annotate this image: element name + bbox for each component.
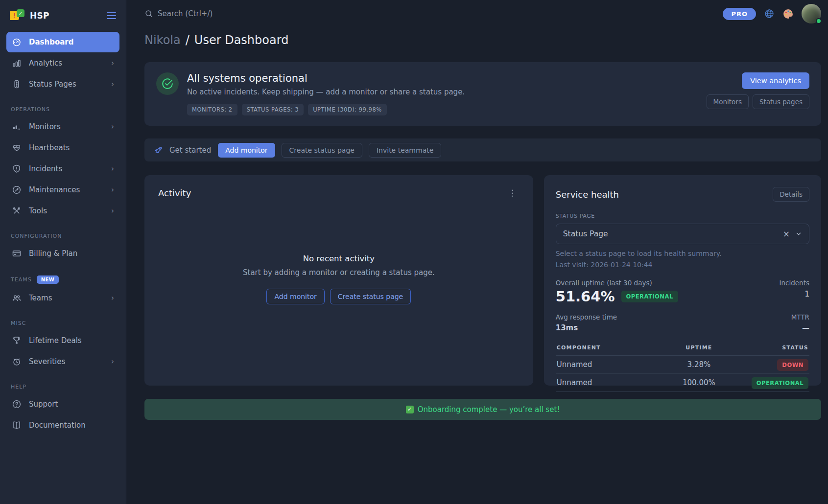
sidebar-item-dashboard[interactable]: Dashboard xyxy=(6,32,119,52)
component-name: Unnamed xyxy=(557,378,662,387)
avatar[interactable] xyxy=(802,4,821,23)
chevron-right-icon: › xyxy=(111,80,114,89)
details-button[interactable]: Details xyxy=(773,187,809,202)
breadcrumb-separator: / xyxy=(186,33,189,47)
invite-teammate-button[interactable]: Invite teammate xyxy=(369,143,441,158)
last-visit-text: Last visit: 2026-01-24 10:44 xyxy=(556,261,809,269)
lifetime-deals-icon xyxy=(12,336,22,345)
sidebar-item-label: Support xyxy=(29,400,58,409)
table-row: Unnamed 100.00% OPERATIONAL xyxy=(556,374,809,392)
sidebar-item-label: Lifetime Deals xyxy=(29,336,82,345)
create-status-page-button[interactable]: Create status page xyxy=(282,143,362,158)
col-component: COMPONENT xyxy=(557,344,662,351)
search-placeholder: Search (Ctrl+/) xyxy=(158,9,213,18)
sidebar-item-analytics[interactable]: Analytics › xyxy=(6,53,119,73)
chevron-right-icon: › xyxy=(111,185,114,194)
chevron-right-icon: › xyxy=(111,357,114,366)
teams-icon xyxy=(12,293,22,303)
sidebar-item-status-pages[interactable]: Status Pages › xyxy=(6,74,119,94)
sidebar-item-label: Severities xyxy=(29,357,65,366)
status-page-select[interactable]: Status Page × xyxy=(556,224,809,244)
mttr-value: — xyxy=(791,323,809,332)
main-content: Search (Ctrl+/) PRO Nikola / User Dashbo… xyxy=(126,0,828,504)
status-pages-count-badge: STATUS PAGES: 3 xyxy=(242,104,304,115)
incidents-label: Incidents xyxy=(780,279,809,287)
analytics-icon xyxy=(12,58,22,68)
tools-icon xyxy=(12,206,22,216)
component-uptime: 100.00% xyxy=(662,378,735,387)
sidebar-item-label: Monitors xyxy=(29,122,61,131)
sidebar-item-tools[interactable]: Tools › xyxy=(6,201,119,221)
col-status: STATUS xyxy=(735,344,808,351)
sidebar-item-documentation[interactable]: Documentation xyxy=(6,415,119,435)
hamburger-menu-icon[interactable] xyxy=(107,12,116,19)
table-row: Unnamed 3.28% DOWN xyxy=(556,356,809,374)
rocket-icon xyxy=(154,145,163,155)
sidebar-item-lifetime-deals[interactable]: Lifetime Deals xyxy=(6,330,119,351)
activity-empty-state: No recent activity Start by adding a mon… xyxy=(158,185,520,373)
check-circle-icon xyxy=(156,72,179,95)
status-page-label: STATUS PAGE xyxy=(556,213,809,219)
globe-icon[interactable] xyxy=(764,8,775,19)
breadcrumb-parent[interactable]: Nikola xyxy=(144,33,181,47)
check-icon: ✓ xyxy=(406,406,414,413)
sidebar-item-label: Tools xyxy=(29,206,47,215)
sidebar-item-support[interactable]: Support xyxy=(6,394,119,414)
search-input[interactable]: Search (Ctrl+/) xyxy=(144,9,213,18)
breadcrumb: Nikola / User Dashboard xyxy=(144,33,821,47)
chevron-right-icon: › xyxy=(111,294,114,302)
new-badge: NEW xyxy=(37,275,59,284)
sidebar-section-help: HELP xyxy=(11,384,115,390)
sidebar-item-incidents[interactable]: Incidents › xyxy=(6,159,119,179)
create-status-page-button[interactable]: Create status page xyxy=(330,289,411,304)
activity-card: Activity ⋮ No recent activity Start by a… xyxy=(144,175,533,386)
sidebar-item-label: Incidents xyxy=(29,164,62,173)
palette-icon[interactable] xyxy=(782,8,794,20)
sidebar-item-maintenances[interactable]: Maintenances › xyxy=(6,180,119,200)
sidebar-item-label: Status Pages xyxy=(29,80,76,89)
topbar: Search (Ctrl+/) PRO xyxy=(144,0,821,27)
component-uptime: 3.28% xyxy=(662,360,735,369)
chevron-down-icon[interactable] xyxy=(795,230,802,237)
sidebar-item-label: Heartbeats xyxy=(29,143,70,152)
hero-subtitle: No active incidents. Keep shipping — add… xyxy=(187,88,465,96)
hero-title: All systems operational xyxy=(187,72,465,84)
sidebar-item-label: Dashboard xyxy=(29,38,73,46)
pro-badge[interactable]: PRO xyxy=(723,8,756,20)
sidebar-item-billing[interactable]: Billing & Plan xyxy=(6,243,119,264)
app-name: HSP xyxy=(30,11,49,21)
chevron-right-icon: › xyxy=(111,122,114,131)
sidebar-section-teams: TEAMS NEW xyxy=(11,275,115,284)
sidebar-item-teams[interactable]: Teams › xyxy=(6,288,119,308)
support-icon xyxy=(12,399,22,409)
documentation-icon xyxy=(12,420,22,430)
monitors-icon xyxy=(12,122,22,132)
sidebar-item-label: Maintenances xyxy=(29,185,80,194)
app-logo-icon: ! ✓ xyxy=(10,9,24,22)
incidents-icon xyxy=(12,164,22,174)
heartbeats-icon xyxy=(12,143,22,153)
logo-check-icon: ✓ xyxy=(17,9,24,17)
sidebar-item-severities[interactable]: Severities › xyxy=(6,351,119,372)
monitors-button[interactable]: Monitors xyxy=(707,94,749,109)
service-health-title: Service health xyxy=(556,189,619,200)
select-value: Status Page xyxy=(563,229,608,238)
monitors-count-badge: MONITORS: 2 xyxy=(187,104,237,115)
maintenances-icon xyxy=(12,185,22,195)
chevron-right-icon: › xyxy=(111,206,114,215)
view-analytics-button[interactable]: View analytics xyxy=(742,72,809,89)
status-pages-button[interactable]: Status pages xyxy=(753,94,809,109)
add-monitor-button[interactable]: Add monitor xyxy=(218,143,275,158)
sidebar-item-heartbeats[interactable]: Heartbeats xyxy=(6,137,119,158)
incidents-value: 1 xyxy=(780,290,809,298)
clear-icon[interactable]: × xyxy=(783,230,790,238)
empty-state-subtitle: Start by adding a monitor or creating a … xyxy=(243,268,435,277)
sidebar-item-monitors[interactable]: Monitors › xyxy=(6,116,119,137)
onboarding-banner-text: Onboarding complete — you’re all set! xyxy=(418,405,560,414)
get-started-bar: Get started Add monitor Create status pa… xyxy=(144,138,821,161)
uptime-value: 51.64% xyxy=(556,288,615,305)
sidebar-section-configuration: CONFIGURATION xyxy=(11,233,115,239)
add-monitor-button[interactable]: Add monitor xyxy=(266,289,324,304)
dashboard-icon xyxy=(12,37,22,47)
operational-badge: OPERATIONAL xyxy=(621,291,678,302)
